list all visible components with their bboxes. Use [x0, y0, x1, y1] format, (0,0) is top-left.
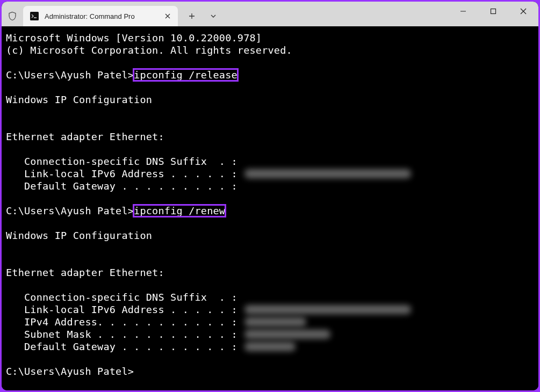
- subnet-mask-label: Subnet Mask . . . . . . . . . . . :: [6, 329, 243, 340]
- maximize-button[interactable]: [478, 2, 508, 21]
- ipv4-address-label: IPv4 Address. . . . . . . . . . . :: [6, 316, 243, 328]
- terminal-output[interactable]: Microsoft Windows [Version 10.0.22000.97…: [2, 26, 538, 390]
- svg-rect-0: [30, 12, 39, 20]
- titlebar: Administrator: Command Pro: [2, 2, 538, 26]
- prompt-path: C:\Users\Ayush Patel>: [6, 366, 134, 377]
- banner-line: (c) Microsoft Corporation. All rights re…: [6, 45, 292, 56]
- tab-actions: [178, 2, 223, 26]
- adapter-header: Ethernet adapter Ethernet:: [6, 131, 164, 142]
- adapter-header: Ethernet adapter Ethernet:: [6, 267, 164, 278]
- new-tab-button[interactable]: [182, 8, 201, 24]
- banner-line: Microsoft Windows [Version 10.0.22000.97…: [6, 32, 262, 43]
- close-tab-icon[interactable]: [163, 11, 172, 21]
- command-ipconfig-renew: ipconfig /renew: [134, 205, 225, 216]
- uac-shield-icon: [2, 2, 23, 26]
- blurred-ipv4-value: [244, 317, 306, 326]
- dns-suffix-label: Connection-specific DNS Suffix . :: [6, 156, 237, 167]
- link-local-ipv6-label: Link-local IPv6 Address . . . . . :: [6, 168, 243, 179]
- svg-rect-7: [491, 9, 496, 14]
- dns-suffix-label: Connection-specific DNS Suffix . :: [6, 292, 237, 303]
- blurred-ipv6-value: [244, 169, 411, 178]
- prompt-path: C:\Users\Ayush Patel>: [6, 69, 134, 81]
- default-gateway-label: Default Gateway . . . . . . . . . :: [6, 341, 243, 352]
- default-gateway-label: Default Gateway . . . . . . . . . :: [6, 180, 237, 192]
- minimize-button[interactable]: [448, 2, 478, 21]
- window-controls: [448, 2, 538, 21]
- terminal-icon: [30, 11, 39, 21]
- section-header: Windows IP Configuration: [6, 94, 152, 105]
- command-prompt-window: Administrator: Command Pro: [2, 2, 538, 390]
- tab-dropdown-button[interactable]: [204, 8, 223, 24]
- blurred-subnet-value: [244, 330, 330, 339]
- blurred-ipv6-value: [244, 305, 411, 314]
- command-ipconfig-release: ipconfig /release: [134, 69, 237, 81]
- blurred-gateway-value: [244, 342, 296, 351]
- tab-command-prompt[interactable]: Administrator: Command Pro: [23, 6, 178, 26]
- close-window-button[interactable]: [508, 2, 538, 21]
- section-header: Windows IP Configuration: [6, 230, 152, 241]
- tab-title: Administrator: Command Pro: [45, 12, 157, 20]
- link-local-ipv6-label: Link-local IPv6 Address . . . . . :: [6, 304, 243, 315]
- prompt-path: C:\Users\Ayush Patel>: [6, 205, 134, 216]
